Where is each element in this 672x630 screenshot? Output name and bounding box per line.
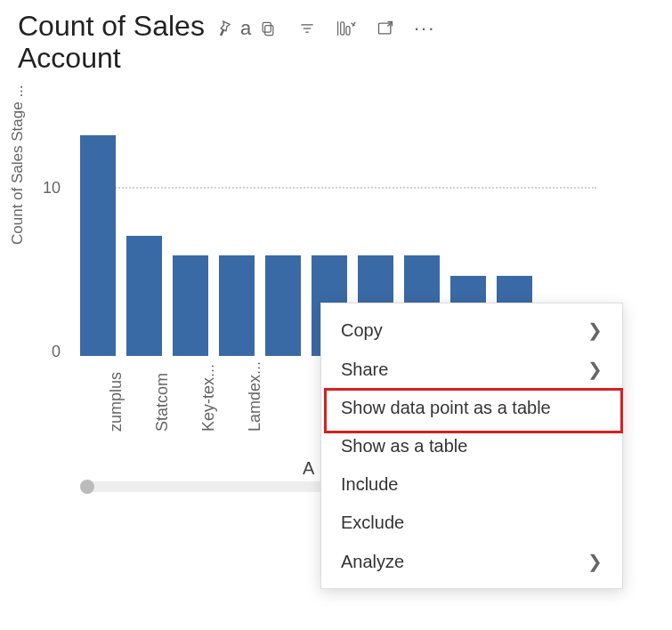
focus-mode-icon[interactable] bbox=[376, 19, 395, 38]
context-menu-share[interactable]: Share ❯ bbox=[321, 350, 622, 389]
context-menu-label: Exclude bbox=[341, 513, 404, 533]
context-menu-exclude[interactable]: Exclude bbox=[321, 504, 622, 542]
svg-rect-7 bbox=[346, 27, 350, 35]
x-tick-label: Lamdex... bbox=[246, 396, 264, 432]
svg-rect-1 bbox=[263, 23, 271, 33]
bar[interactable] bbox=[80, 135, 116, 356]
title-text-line1: Count of Sales bbox=[18, 10, 205, 42]
context-menu-label: Analyze bbox=[341, 552, 404, 572]
bar[interactable] bbox=[265, 255, 301, 356]
context-menu-show-as-table[interactable]: Show as a table bbox=[321, 427, 622, 465]
visual-container: Count of Sales a bbox=[0, 0, 659, 449]
pin-icon[interactable] bbox=[214, 19, 233, 38]
bar[interactable] bbox=[126, 236, 162, 356]
context-menu-label: Show data point as a table bbox=[341, 398, 551, 418]
chevron-right-icon: ❯ bbox=[587, 359, 603, 380]
context-menu: Copy ❯ Share ❯ Show data point as a tabl… bbox=[320, 303, 623, 589]
x-tick-label: Key-tex... bbox=[199, 396, 218, 432]
svg-rect-0 bbox=[265, 26, 273, 36]
y-axis-title: Count of Sales Stage ... bbox=[9, 85, 27, 245]
y-tick-label: 10 bbox=[43, 179, 61, 198]
scrollbar-thumb[interactable] bbox=[80, 480, 94, 494]
x-tick-label: zumplus bbox=[107, 396, 125, 432]
visual-title: Count of Sales bbox=[18, 9, 205, 43]
context-menu-label: Share bbox=[341, 359, 388, 380]
spotlight-icon[interactable] bbox=[336, 19, 356, 38]
visual-title-line2: Account bbox=[18, 41, 374, 75]
filter-icon[interactable] bbox=[297, 19, 317, 38]
y-tick-label: 0 bbox=[52, 343, 61, 361]
context-menu-label: Copy bbox=[341, 320, 383, 341]
title-truncated-char: a bbox=[240, 17, 251, 40]
bar[interactable] bbox=[173, 255, 208, 356]
bar[interactable] bbox=[219, 255, 255, 356]
context-menu-show-data-point[interactable]: Show data point as a table bbox=[321, 389, 622, 427]
title-row: Count of Sales a bbox=[18, 9, 641, 43]
x-axis-title: A bbox=[303, 458, 314, 479]
x-tick-label: Statcom bbox=[153, 396, 172, 432]
x-tick-label bbox=[292, 396, 311, 432]
context-menu-include[interactable]: Include bbox=[321, 465, 622, 504]
visual-toolbar: a bbox=[214, 12, 434, 40]
context-menu-analyze[interactable]: Analyze ❯ bbox=[321, 542, 622, 581]
svg-rect-6 bbox=[341, 22, 344, 35]
context-menu-copy[interactable]: Copy ❯ bbox=[321, 311, 622, 350]
chevron-right-icon: ❯ bbox=[587, 319, 603, 341]
copy-icon[interactable] bbox=[258, 19, 278, 38]
more-options-icon[interactable]: ··· bbox=[415, 19, 434, 38]
context-menu-label: Show as a table bbox=[341, 436, 467, 456]
title-text-line2: Account bbox=[18, 41, 374, 75]
context-menu-label: Include bbox=[341, 474, 399, 495]
chevron-right-icon: ❯ bbox=[587, 551, 603, 572]
